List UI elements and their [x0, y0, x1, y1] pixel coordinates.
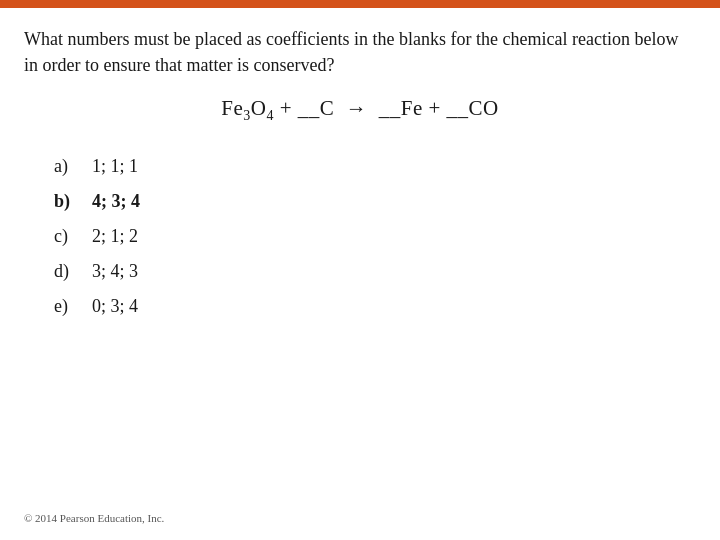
- options-list: a) 1; 1; 1 b) 4; 3; 4 c) 2; 1; 2 d) 3; 4…: [24, 152, 696, 498]
- footer-text: © 2014 Pearson Education, Inc.: [24, 508, 696, 524]
- option-c: c) 2; 1; 2: [54, 222, 696, 251]
- option-e: e) 0; 3; 4: [54, 292, 696, 321]
- option-a-value: 1; 1; 1: [92, 156, 138, 177]
- option-e-value: 0; 3; 4: [92, 296, 138, 317]
- option-a: a) 1; 1; 1: [54, 152, 696, 181]
- option-e-label: e): [54, 296, 82, 317]
- option-b-label: b): [54, 191, 82, 212]
- option-c-value: 2; 1; 2: [92, 226, 138, 247]
- option-b: b) 4; 3; 4: [54, 187, 696, 216]
- option-d-value: 3; 4; 3: [92, 261, 138, 282]
- option-c-label: c): [54, 226, 82, 247]
- equation: Fe3O4 + __C → __Fe + __CO: [24, 96, 696, 124]
- main-content: What numbers must be placed as coefficie…: [0, 8, 720, 540]
- question-text: What numbers must be placed as coefficie…: [24, 26, 696, 78]
- option-a-label: a): [54, 156, 82, 177]
- top-bar: [0, 0, 720, 8]
- option-d: d) 3; 4; 3: [54, 257, 696, 286]
- option-b-value: 4; 3; 4: [92, 191, 140, 212]
- option-d-label: d): [54, 261, 82, 282]
